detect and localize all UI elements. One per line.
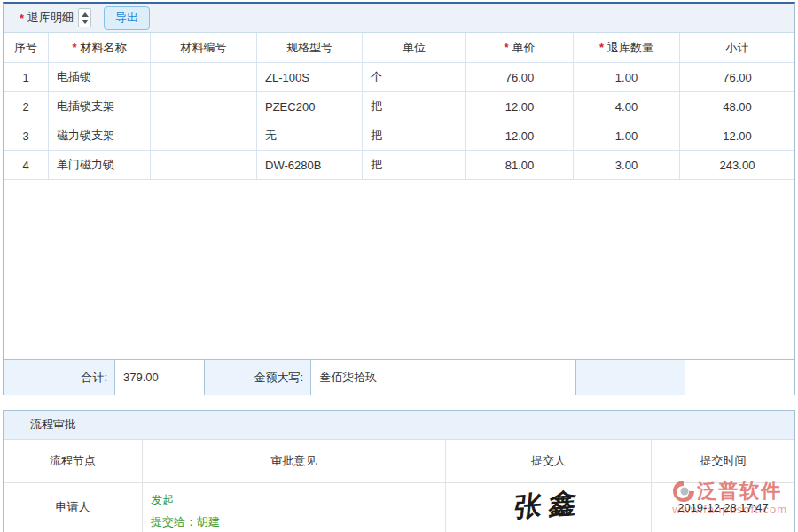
footer-empty-cell bbox=[576, 360, 685, 395]
return-detail-panel: * 退库明细 导出 序号 *材料名称 材料编号 规格型号 单位 *单价 *退库数… bbox=[3, 2, 795, 395]
opinion-action: 发起 bbox=[151, 489, 445, 511]
cell-material-no bbox=[151, 151, 257, 179]
approval-opinion: 发起 提交给：胡建 bbox=[143, 483, 446, 532]
cell-unit-price: 76.00 bbox=[466, 63, 574, 91]
col-header-opinion: 审批意见 bbox=[143, 440, 446, 482]
cell-subtotal: 12.00 bbox=[680, 121, 794, 150]
col-label: 规格型号 bbox=[286, 40, 332, 56]
cell-spec: 无 bbox=[257, 121, 363, 150]
cell-spec: DW-6280B bbox=[257, 151, 363, 179]
cell-subtotal: 243.00 bbox=[680, 151, 794, 179]
approval-title: 流程审批 bbox=[30, 417, 76, 433]
col-label: 材料名称 bbox=[81, 40, 127, 56]
approval-node: 申请人 bbox=[4, 483, 143, 532]
col-header-unit: 单位 bbox=[363, 33, 466, 62]
submitter-cell: 张鑫 bbox=[446, 483, 652, 532]
table-row[interactable]: 3 磁力锁支架 无 把 12.00 1.00 12.00 bbox=[4, 121, 794, 151]
cell-material-name: 电插锁支架 bbox=[49, 92, 151, 121]
col-header-seq: 序号 bbox=[4, 33, 49, 62]
cell-return-qty: 4.00 bbox=[574, 92, 680, 121]
col-header-subtotal: 小计 bbox=[680, 33, 794, 62]
detail-table-header: 序号 *材料名称 材料编号 规格型号 单位 *单价 *退库数量 小计 bbox=[4, 33, 794, 63]
col-label: 单价 bbox=[512, 40, 536, 56]
cell-subtotal: 76.00 bbox=[680, 63, 794, 91]
cell-spec: ZL-100S bbox=[257, 63, 363, 91]
cell-material-no bbox=[151, 92, 257, 121]
cell-return-qty: 1.00 bbox=[574, 121, 680, 150]
detail-count-spinner[interactable] bbox=[78, 8, 91, 27]
footer-empty-cell bbox=[685, 360, 794, 395]
cell-unit: 把 bbox=[363, 92, 466, 121]
export-button[interactable]: 导出 bbox=[104, 6, 150, 30]
col-label: 小计 bbox=[726, 40, 749, 56]
cell-unit-price: 12.00 bbox=[466, 92, 574, 121]
cell-return-qty: 3.00 bbox=[574, 151, 680, 179]
totals-row: 合计: 379.00 金额大写: 叁佰柒拾玖 bbox=[4, 359, 794, 395]
detail-header-bar: * 退库明细 导出 bbox=[4, 4, 794, 33]
cell-unit-price: 12.00 bbox=[466, 121, 574, 150]
approval-header-bar: 流程审批 bbox=[4, 411, 794, 440]
approval-table-header: 流程节点 审批意见 提交人 提交时间 bbox=[4, 440, 794, 483]
col-label: 单位 bbox=[403, 40, 426, 56]
table-row[interactable]: 1 电插锁 ZL-100S 个 76.00 1.00 76.00 bbox=[4, 63, 794, 92]
cell-seq: 3 bbox=[4, 121, 49, 150]
cell-unit: 把 bbox=[363, 151, 466, 179]
detail-title: 退库明细 bbox=[27, 10, 74, 26]
fanpu-logo-icon bbox=[672, 480, 695, 503]
spinner-down-icon[interactable] bbox=[82, 20, 89, 24]
cell-material-name: 磁力锁支架 bbox=[49, 121, 151, 150]
cell-unit: 个 bbox=[363, 63, 466, 91]
total-value-field[interactable]: 379.00 bbox=[115, 360, 205, 395]
required-mark: * bbox=[20, 12, 24, 25]
cell-return-qty: 1.00 bbox=[574, 63, 680, 91]
col-label: 退库数量 bbox=[607, 40, 653, 56]
col-header-material-no: 材料编号 bbox=[151, 33, 257, 62]
required-mark: * bbox=[72, 41, 76, 54]
cell-seq: 2 bbox=[4, 92, 49, 121]
col-label: 序号 bbox=[14, 40, 37, 56]
cell-material-no bbox=[151, 63, 257, 91]
table-empty-area bbox=[4, 180, 794, 359]
amount-words-field[interactable]: 叁佰柒拾玖 bbox=[311, 360, 576, 395]
table-row[interactable]: 4 单门磁力锁 DW-6280B 把 81.00 3.00 243.00 bbox=[4, 151, 794, 180]
total-label: 合计: bbox=[4, 360, 115, 395]
cell-unit: 把 bbox=[363, 121, 466, 150]
cell-seq: 1 bbox=[4, 63, 49, 91]
col-label: 材料编号 bbox=[181, 40, 227, 56]
col-header-return-qty: *退库数量 bbox=[574, 33, 680, 62]
required-mark: * bbox=[599, 41, 604, 54]
col-header-material-name: *材料名称 bbox=[49, 33, 151, 62]
cell-material-name: 电插锁 bbox=[49, 63, 151, 91]
submit-time: 2019-12-28 17:47 bbox=[677, 501, 769, 514]
cell-material-no bbox=[151, 121, 257, 150]
required-mark: * bbox=[504, 41, 508, 54]
col-header-node: 流程节点 bbox=[4, 440, 143, 482]
col-header-spec: 规格型号 bbox=[257, 33, 363, 62]
col-header-submit-time: 提交时间 bbox=[652, 440, 794, 482]
cell-subtotal: 48.00 bbox=[680, 92, 794, 121]
col-header-unit-price: *单价 bbox=[466, 33, 574, 62]
opinion-submitted-to: 提交给：胡建 bbox=[151, 511, 445, 532]
amount-words-label: 金额大写: bbox=[205, 360, 311, 395]
table-row[interactable]: 2 电插锁支架 PZEC200 把 12.00 4.00 48.00 bbox=[4, 92, 794, 121]
spinner-up-icon[interactable] bbox=[82, 12, 89, 17]
approval-panel: 流程审批 流程节点 审批意见 提交人 提交时间 申请人 发起 提交给：胡建 张鑫… bbox=[3, 410, 795, 532]
cell-seq: 4 bbox=[4, 151, 49, 179]
cell-material-name: 单门磁力锁 bbox=[49, 151, 151, 179]
cell-spec: PZEC200 bbox=[257, 92, 363, 121]
col-header-submitter: 提交人 bbox=[446, 440, 652, 482]
submitter-signature: 张鑫 bbox=[512, 484, 584, 527]
cell-unit-price: 81.00 bbox=[466, 151, 574, 179]
